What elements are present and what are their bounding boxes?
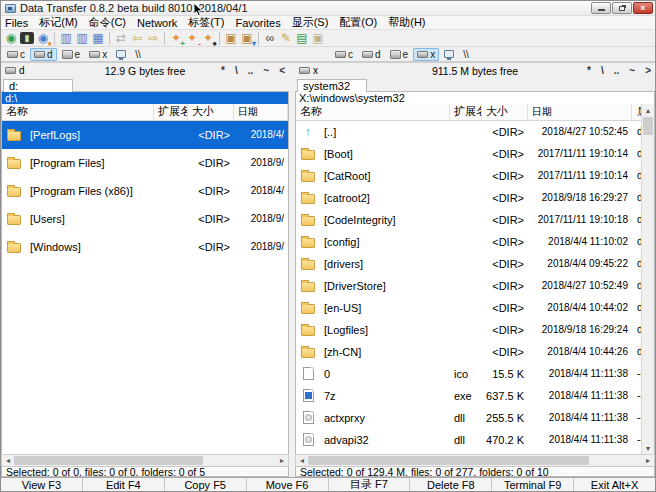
tab-left[interactable]: d: xyxy=(3,79,73,92)
network-settings-icon[interactable]: ◉● xyxy=(35,31,51,46)
network-path-button-right[interactable]: \\ xyxy=(459,48,473,61)
scroll-right-arrow[interactable]: ▸ xyxy=(276,455,288,466)
pane-drive-right[interactable]: x xyxy=(299,65,318,76)
history-arrow-button-left[interactable]: < xyxy=(279,66,285,76)
function-key-f3[interactable]: View F3 xyxy=(1,478,82,491)
list-window-icon[interactable]: ▤ xyxy=(294,31,310,46)
drive-button-x-left[interactable]: x xyxy=(85,48,111,61)
horizontal-scroll-thumb[interactable] xyxy=(14,456,203,465)
column-header-size-right[interactable]: 大小 xyxy=(482,104,528,120)
file-row[interactable]: 7zexe637.5 K2018/4/4 11:11:38--a xyxy=(296,385,654,407)
file-row[interactable]: [zh-CN]<DIR>2018/4/4 10:44:26d-- xyxy=(296,341,654,363)
scroll-right-arrow[interactable]: ▸ xyxy=(642,455,654,466)
file-row-partial[interactable] xyxy=(296,451,654,454)
drive-button-d-left[interactable]: d xyxy=(30,48,57,61)
file-row[interactable]: [config]<DIR>2018/4/4 11:10:02d-- xyxy=(296,231,654,253)
column-header-name-right[interactable]: 名称 xyxy=(296,104,450,120)
function-key-f7[interactable]: 目录 F7 xyxy=(328,478,410,491)
file-row[interactable]: [en-US]<DIR>2018/4/4 10:44:02d-- xyxy=(296,297,654,319)
file-row[interactable]: ↑[..]<DIR>2018/4/27 10:52:45d-- xyxy=(296,121,654,143)
horizontal-scroll-thumb[interactable] xyxy=(308,456,589,465)
menu-item-1[interactable]: 标记(M) xyxy=(39,15,78,30)
column-header-ext-right[interactable]: 扩展名 xyxy=(450,104,482,120)
home-button-right[interactable]: ~ xyxy=(629,66,635,76)
panel-view-2-icon[interactable]: ▥ xyxy=(74,31,90,46)
file-row[interactable]: [Users]<DIR>2018/9/ xyxy=(2,205,288,233)
function-key-f5[interactable]: Copy F5 xyxy=(164,478,246,491)
minimize-button[interactable] xyxy=(591,2,611,14)
menu-item-2[interactable]: 命令(C) xyxy=(89,15,126,30)
unpack-icon[interactable]: ▣▾ xyxy=(239,31,255,46)
column-header-date-left[interactable]: 日期 xyxy=(234,104,288,120)
root-button-right[interactable]: \ xyxy=(601,66,604,76)
drive-button-e-left[interactable]: e xyxy=(58,48,85,61)
title-bar[interactable]: Data Transfer 0.8.2 beta build 8010; 201… xyxy=(1,1,655,16)
vertical-scrollbar-right[interactable]: ▴▾ xyxy=(641,104,654,454)
file-row[interactable]: [Program Files (x86)]<DIR>2018/4/ xyxy=(2,177,288,205)
menu-item-4[interactable]: 标签(T) xyxy=(188,15,224,30)
drive-button-d-right[interactable]: d xyxy=(358,48,385,61)
function-key-exit[interactable]: Exit Alt+X xyxy=(573,478,655,491)
connection-edit-icon[interactable]: ✦● xyxy=(200,31,216,46)
function-key-f8[interactable]: Delete F8 xyxy=(409,478,491,491)
archive-icon[interactable]: ▣ xyxy=(310,31,326,46)
drive-button-c-right[interactable]: c xyxy=(331,48,357,61)
menu-item-0[interactable]: Files xyxy=(5,17,28,29)
network-drive-button-net-right[interactable] xyxy=(440,48,458,61)
parent-dir-button-left[interactable]: .. xyxy=(248,66,254,76)
file-row[interactable]: [CatRoot]<DIR>2017/11/11 19:10:14d-- xyxy=(296,165,654,187)
panel-view-3-icon[interactable]: ▦ xyxy=(90,31,106,46)
menu-item-3[interactable]: Network xyxy=(137,17,177,29)
function-key-f4[interactable]: Edit F4 xyxy=(82,478,164,491)
vertical-scroll-thumb[interactable] xyxy=(643,117,653,135)
history-button-left[interactable]: * xyxy=(221,66,225,76)
path-bar-left[interactable]: d:\ xyxy=(1,92,289,104)
file-row[interactable]: [catroot2]<DIR>2018/9/18 16:29:27d-- xyxy=(296,187,654,209)
tab-right[interactable]: system32 xyxy=(297,79,367,92)
path-bar-right[interactable]: X:\windows\system32 xyxy=(295,92,655,104)
pack-icon[interactable]: ▣ xyxy=(223,31,239,46)
parent-dir-button-right[interactable]: .. xyxy=(614,66,620,76)
network-path-button-left[interactable]: \\ xyxy=(131,48,145,61)
file-row[interactable]: [drivers]<DIR>2018/4/4 09:45:22d-- xyxy=(296,253,654,275)
scroll-up-arrow[interactable]: ▴ xyxy=(642,104,654,116)
file-row[interactable]: 0ico15.5 K2018/4/4 11:11:38--a xyxy=(296,363,654,385)
go-back-icon[interactable]: ⇦ xyxy=(129,31,145,46)
pane-drive-left[interactable]: d xyxy=(5,65,25,76)
network-drive-button-net-left[interactable] xyxy=(112,48,130,61)
menu-item-5[interactable]: Favorites xyxy=(235,17,280,29)
menu-item-7[interactable]: 配置(O) xyxy=(339,15,377,30)
go-forward-icon[interactable]: ⇨ xyxy=(145,31,161,46)
scroll-left-arrow[interactable]: ◂ xyxy=(296,455,308,466)
drive-button-e-right[interactable]: e xyxy=(386,48,413,61)
column-header-date-right[interactable]: 日期 xyxy=(528,104,632,120)
vertical-scroll-track[interactable] xyxy=(642,116,654,442)
column-header-name-left[interactable]: 名称 xyxy=(2,104,154,120)
horizontal-scroll-track[interactable] xyxy=(308,455,642,466)
horizontal-scrollbar-left[interactable]: ◂▸ xyxy=(1,454,289,466)
connection-add-icon[interactable]: ✦+ xyxy=(168,31,184,46)
file-row[interactable]: actxprxydll255.5 K2018/4/4 11:11:38--a xyxy=(296,407,654,429)
file-row[interactable]: [DriverStore]<DIR>2018/4/27 10:52:49d-- xyxy=(296,275,654,297)
scroll-down-arrow[interactable]: ▾ xyxy=(642,442,654,454)
scroll-left-arrow[interactable]: ◂ xyxy=(2,455,14,466)
horizontal-scroll-track[interactable] xyxy=(14,455,276,466)
horizontal-scrollbar-right[interactable]: ◂▸ xyxy=(295,454,655,466)
connection-remove-icon[interactable]: ✦- xyxy=(184,31,200,46)
file-row[interactable]: [PerfLogs]<DIR>2018/4/ xyxy=(2,121,288,149)
swap-panels-icon[interactable]: ⇄ xyxy=(113,31,129,46)
home-button-left[interactable]: ~ xyxy=(263,66,269,76)
drive-button-c-left[interactable]: c xyxy=(3,48,29,61)
drive-button-x-right[interactable]: x xyxy=(413,48,439,61)
menu-item-8[interactable]: 帮助(H) xyxy=(388,15,425,30)
menu-item-6[interactable]: 显示(S) xyxy=(292,15,329,30)
history-button-right[interactable]: * xyxy=(587,66,591,76)
multi-rename-icon[interactable]: ✎ xyxy=(278,31,294,46)
history-arrow-button-right[interactable]: > xyxy=(645,66,651,76)
file-row[interactable]: [Boot]<DIR>2017/11/11 19:10:14d-- xyxy=(296,143,654,165)
restore-button[interactable] xyxy=(612,2,632,14)
file-row[interactable]: advapi32dll470.2 K2018/4/4 11:11:38--a xyxy=(296,429,654,451)
root-button-left[interactable]: \ xyxy=(235,66,238,76)
column-header-size-left[interactable]: 大小 xyxy=(188,104,234,120)
terminal-icon[interactable]: ▮ xyxy=(20,32,34,44)
